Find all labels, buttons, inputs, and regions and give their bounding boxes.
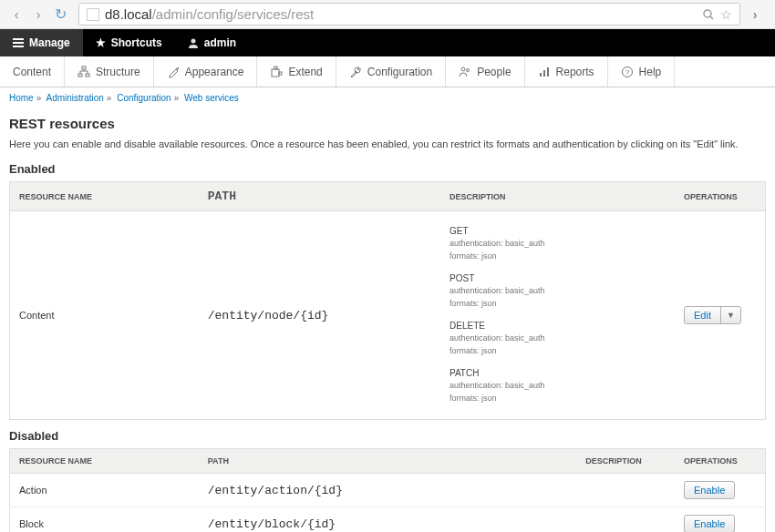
tab-configuration-label: Configuration bbox=[367, 66, 432, 78]
svg-text:?: ? bbox=[625, 68, 629, 77]
col-path: PATH bbox=[199, 449, 577, 474]
cell-resource-name: Content bbox=[10, 211, 199, 420]
cell-description bbox=[576, 507, 675, 533]
toolbar-manage[interactable]: Manage bbox=[0, 29, 83, 56]
url-host: d8.local bbox=[105, 6, 152, 22]
method-block: GETauthentication: basic_authformats: js… bbox=[450, 226, 666, 262]
table-row: Content /entity/node/{id} GETauthenticat… bbox=[10, 211, 766, 420]
breadcrumb-admin[interactable]: Administration bbox=[46, 93, 103, 103]
breadcrumb-home[interactable]: Home bbox=[9, 93, 34, 103]
cell-resource-name: Action bbox=[10, 474, 199, 507]
tab-configuration[interactable]: Configuration bbox=[336, 56, 446, 87]
forward-button[interactable]: › bbox=[29, 5, 47, 24]
method-auth: authentication: basic_auth bbox=[450, 380, 666, 393]
svg-point-17 bbox=[467, 68, 470, 71]
method-auth: authentication: basic_auth bbox=[450, 285, 666, 298]
tab-people[interactable]: People bbox=[446, 56, 524, 87]
admin-toolbar: Manage ★ Shortcuts admin bbox=[0, 29, 775, 56]
tab-help-label: Help bbox=[639, 66, 662, 78]
svg-rect-19 bbox=[543, 70, 545, 77]
chevron-down-icon[interactable]: ▼ bbox=[721, 307, 740, 323]
toolbar-user[interactable]: admin bbox=[175, 29, 249, 56]
people-icon bbox=[459, 66, 471, 78]
tab-reports[interactable]: Reports bbox=[525, 56, 608, 87]
cell-path: /entity/node/{id} bbox=[199, 211, 440, 420]
method-name: DELETE bbox=[450, 321, 666, 331]
url-bar[interactable]: d8.local/admin/config/services/rest ☆ bbox=[78, 3, 740, 26]
disabled-table: RESOURCE NAME PATH DESCRIPTION OPERATION… bbox=[9, 448, 766, 532]
url-path: /admin/config/services/rest bbox=[152, 6, 315, 22]
browser-chrome: ‹ › ↻ d8.local/admin/config/services/res… bbox=[0, 0, 775, 29]
method-auth: authentication: basic_auth bbox=[450, 238, 666, 251]
tab-appearance-label: Appearance bbox=[185, 66, 244, 78]
svg-line-1 bbox=[710, 16, 713, 19]
tab-content[interactable]: Content bbox=[0, 56, 65, 87]
svg-rect-8 bbox=[86, 74, 89, 77]
table-row: Block/entity/block/{id}Enable bbox=[10, 507, 766, 533]
tab-extend[interactable]: Extend bbox=[257, 56, 336, 87]
wrench-icon bbox=[349, 66, 362, 78]
col-resource-name: RESOURCE NAME bbox=[10, 449, 199, 474]
enable-button[interactable]: Enable bbox=[684, 515, 735, 532]
page-title: REST resources bbox=[9, 116, 766, 131]
cell-operations: Edit ▼ bbox=[675, 211, 766, 420]
enabled-table: RESOURCE NAME PATH DESCRIPTION OPERATION… bbox=[9, 181, 766, 420]
bookmark-icon[interactable]: ☆ bbox=[720, 7, 732, 22]
extend-icon bbox=[270, 66, 283, 78]
svg-rect-6 bbox=[82, 66, 86, 69]
svg-rect-7 bbox=[78, 74, 82, 77]
method-formats: formats: json bbox=[450, 393, 666, 405]
tab-people-label: People bbox=[477, 66, 511, 78]
hamburger-icon bbox=[13, 38, 24, 47]
method-formats: formats: json bbox=[450, 345, 666, 358]
tab-appearance[interactable]: Appearance bbox=[154, 56, 258, 87]
method-block: DELETEauthentication: basic_authformats:… bbox=[450, 321, 666, 357]
toolbar-shortcuts-label: Shortcuts bbox=[111, 36, 162, 49]
breadcrumb: Home» Administration» Configuration» Web… bbox=[0, 87, 775, 108]
cell-path: /entity/action/{id} bbox=[199, 474, 577, 507]
svg-rect-13 bbox=[272, 69, 279, 77]
star-icon: ★ bbox=[96, 36, 106, 49]
toolbar-user-label: admin bbox=[204, 36, 236, 49]
tab-help[interactable]: ? Help bbox=[608, 56, 676, 87]
svg-rect-18 bbox=[540, 73, 542, 77]
method-auth: authentication: basic_auth bbox=[450, 332, 666, 345]
reload-button[interactable]: ↻ bbox=[51, 5, 69, 24]
method-block: POSTauthentication: basic_authformats: j… bbox=[450, 273, 666, 310]
method-name: POST bbox=[450, 273, 666, 283]
breadcrumb-webservices[interactable]: Web services bbox=[184, 93, 239, 103]
cell-operations: Enable bbox=[675, 507, 765, 533]
admin-tabs: Content Structure Appearance Extend Conf… bbox=[0, 56, 775, 87]
tab-extend-label: Extend bbox=[288, 66, 322, 78]
method-formats: formats: json bbox=[450, 298, 666, 311]
svg-rect-14 bbox=[274, 66, 277, 69]
enable-button[interactable]: Enable bbox=[684, 481, 735, 499]
method-name: PATCH bbox=[450, 368, 666, 378]
col-operations: OPERATIONS bbox=[675, 449, 765, 474]
cell-description: GETauthentication: basic_authformats: js… bbox=[440, 211, 675, 420]
cell-description bbox=[576, 474, 675, 507]
col-description: DESCRIPTION bbox=[576, 449, 675, 474]
svg-point-5 bbox=[191, 39, 195, 44]
col-description: DESCRIPTION bbox=[440, 182, 675, 211]
edit-button[interactable]: Edit ▼ bbox=[684, 306, 741, 324]
col-operations: OPERATIONS bbox=[675, 182, 766, 211]
heading-disabled: Disabled bbox=[9, 429, 766, 443]
tab-structure[interactable]: Structure bbox=[65, 56, 154, 87]
structure-icon bbox=[78, 66, 90, 78]
tab-reports-label: Reports bbox=[556, 66, 594, 78]
search-icon[interactable] bbox=[702, 8, 715, 21]
overflow-button[interactable]: › bbox=[746, 5, 764, 24]
back-button[interactable]: ‹ bbox=[7, 5, 26, 24]
svg-rect-20 bbox=[547, 67, 549, 77]
heading-enabled: Enabled bbox=[9, 162, 766, 176]
svg-point-0 bbox=[704, 10, 711, 17]
toolbar-manage-label: Manage bbox=[29, 36, 70, 49]
breadcrumb-config[interactable]: Configuration bbox=[117, 93, 170, 103]
method-formats: formats: json bbox=[450, 251, 666, 263]
cell-operations: Enable bbox=[675, 474, 765, 507]
appearance-icon bbox=[167, 66, 180, 78]
toolbar-shortcuts[interactable]: ★ Shortcuts bbox=[83, 29, 175, 56]
table-row: Action/entity/action/{id}Enable bbox=[10, 474, 766, 507]
help-icon: ? bbox=[621, 66, 634, 78]
